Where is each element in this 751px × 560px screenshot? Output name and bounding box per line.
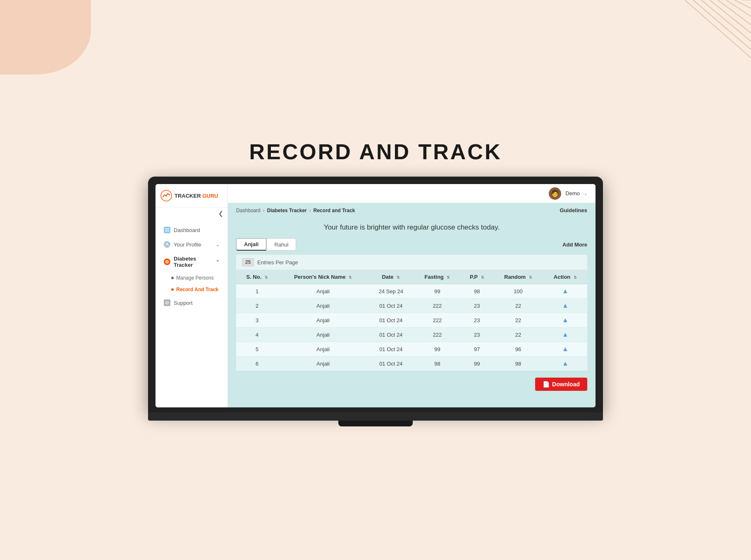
pdf-icon: 📄 (543, 381, 550, 388)
page-title-wrapper: RECORD AND TRACK (249, 139, 502, 164)
table-row: 5 Anjali 01 Oct 24 99 97 96 ▲ (236, 342, 587, 357)
breadcrumb-bar: Dashboard › Diabetes Tracker › Record an… (228, 203, 596, 218)
action-button[interactable]: ▲ (562, 302, 569, 309)
cell-name: Anjali (278, 328, 368, 342)
cell-sno: 2 (236, 299, 278, 313)
cell-action: ▲ (543, 284, 587, 299)
breadcrumb-dashboard[interactable]: Dashboard (236, 208, 261, 213)
page-title: RECORD AND TRACK (249, 139, 502, 164)
col-random[interactable]: Random ⇅ (493, 270, 543, 284)
laptop-bezel: TRACKER GURU ❮ (148, 177, 603, 412)
collapse-button[interactable]: ❮ (218, 210, 223, 217)
dashboard-icon (164, 227, 170, 233)
cell-fasting: 222 (414, 328, 461, 342)
bg-decor-top-left (0, 0, 91, 74)
table-body: 1 Anjali 24 Sep 24 99 98 100 ▲ 2 Anjali … (236, 284, 587, 371)
cell-action: ▲ (543, 357, 587, 371)
cell-fasting: 99 (414, 342, 461, 357)
action-button[interactable]: ▲ (562, 345, 569, 353)
logo-text: TRACKER GURU (175, 193, 218, 199)
sidebar: TRACKER GURU ❮ (155, 184, 228, 407)
cell-action: ▲ (543, 342, 587, 357)
top-bar: 🧑 Demo ⌄ (228, 184, 596, 203)
cell-random: 22 (493, 328, 543, 342)
add-more-button[interactable]: Add More (562, 242, 587, 248)
svg-line-1 (693, 0, 751, 50)
sort-sno-icon: ⇅ (265, 275, 268, 280)
sort-fasting-icon: ⇅ (447, 275, 450, 280)
action-button[interactable]: ▲ (562, 331, 569, 338)
bg-decor-top-right (660, 0, 751, 66)
action-button[interactable]: ▲ (562, 360, 569, 367)
breadcrumb-sep-2: › (309, 208, 311, 213)
profile-icon (164, 241, 170, 248)
sidebar-subitem-record-track[interactable]: Record And Track (165, 284, 227, 295)
cell-date: 24 Sep 24 (368, 284, 414, 299)
col-action: Action ⇅ (543, 270, 587, 284)
sidebar-item-tracker[interactable]: Diabetes Tracker ⌃ (158, 252, 225, 272)
cell-fasting: 99 (414, 284, 461, 299)
sidebar-item-support[interactable]: Support (158, 296, 225, 310)
support-icon (164, 299, 170, 306)
col-fasting[interactable]: Fasting ⇅ (414, 270, 461, 284)
sidebar-collapse[interactable]: ❮ (155, 208, 227, 219)
cell-sno: 3 (236, 313, 278, 328)
tracker-expand-icon: ⌃ (216, 260, 219, 264)
cell-fasting: 98 (414, 357, 461, 371)
cell-pp: 23 (461, 328, 493, 342)
svg-rect-10 (165, 228, 167, 230)
action-button[interactable]: ▲ (562, 287, 569, 295)
main-content: 🧑 Demo ⌄ Dashboard › Diabetes Tracker › … (228, 184, 596, 407)
col-pp[interactable]: P.P ⇅ (461, 270, 493, 284)
action-button[interactable]: ▲ (562, 316, 569, 324)
svg-rect-11 (167, 228, 169, 230)
sidebar-logo: TRACKER GURU (155, 184, 227, 208)
breadcrumb-diabetes-tracker[interactable]: Diabetes Tracker (267, 208, 307, 213)
svg-rect-12 (165, 230, 167, 232)
nav-sub-tracker: Manage Persons Record And Track (155, 272, 227, 295)
cell-fasting: 222 (414, 313, 461, 328)
cell-sno: 4 (236, 328, 278, 342)
tabs-row: Anjali Rahul Add More (236, 238, 587, 251)
cell-pp: 23 (461, 299, 493, 313)
user-dropdown-arrow[interactable]: ⌄ (584, 191, 587, 196)
sidebar-subitem-record-track-label: Record And Track (176, 287, 218, 292)
col-date[interactable]: Date ⇅ (368, 270, 414, 284)
breadcrumb-record-track: Record and Track (313, 208, 355, 213)
svg-line-0 (685, 0, 751, 58)
sidebar-item-support-label: Support (174, 300, 193, 306)
cell-date: 01 Oct 24 (368, 313, 414, 328)
sidebar-subitem-manage-persons[interactable]: Manage Persons (165, 272, 227, 284)
guidelines-link[interactable]: Guidelines (560, 207, 587, 213)
tab-rahul[interactable]: Rahul (266, 238, 296, 251)
cell-random: 100 (493, 284, 543, 299)
sidebar-item-dashboard-label: Dashboard (174, 227, 200, 233)
sidebar-subitem-manage-persons-label: Manage Persons (176, 275, 214, 281)
profile-expand-icon: ⌄ (216, 242, 219, 247)
download-label: Download (552, 381, 580, 388)
entries-bar: 25 Entries Per Page (236, 255, 587, 270)
download-button[interactable]: 📄 Download (535, 378, 587, 391)
cell-date: 01 Oct 24 (368, 328, 414, 342)
table-row: 6 Anjali 01 Oct 24 98 99 98 ▲ (236, 357, 587, 371)
app-layout: TRACKER GURU ❮ (155, 184, 596, 407)
svg-point-9 (165, 195, 167, 196)
tab-anjali[interactable]: Anjali (236, 238, 266, 251)
col-sno[interactable]: S. No. ⇅ (236, 270, 278, 284)
cell-fasting: 222 (414, 299, 461, 313)
col-name[interactable]: Person's Nick Name ⇅ (278, 270, 368, 284)
entries-count: 25 (242, 258, 254, 266)
data-table: S. No. ⇅ Person's Nick Name ⇅ Date ⇅ Fas… (236, 270, 587, 371)
breadcrumb-sep-1: › (263, 208, 265, 213)
cell-sno: 5 (236, 342, 278, 357)
sort-action-icon: ⇅ (574, 275, 577, 280)
breadcrumb: Dashboard › Diabetes Tracker › Record an… (236, 208, 355, 213)
cell-pp: 97 (461, 342, 493, 357)
sidebar-item-profile-label: Your Profile (174, 242, 201, 248)
table-row: 3 Anjali 01 Oct 24 222 23 22 ▲ (236, 313, 587, 328)
sidebar-item-dashboard[interactable]: Dashboard (158, 223, 225, 237)
content-area: Your future is brighter with regular glu… (228, 218, 596, 407)
sidebar-item-profile[interactable]: Your Profile ⌄ (158, 237, 225, 251)
table-row: 1 Anjali 24 Sep 24 99 98 100 ▲ (236, 284, 587, 299)
cell-action: ▲ (543, 313, 587, 328)
